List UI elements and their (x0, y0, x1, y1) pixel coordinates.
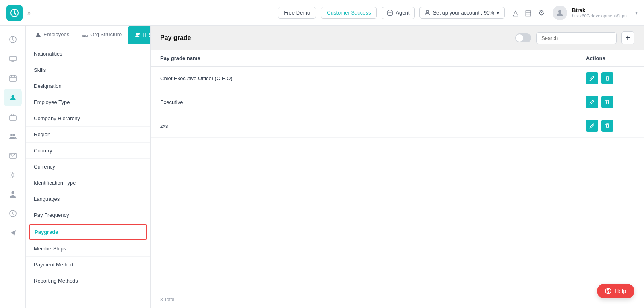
col-actions: Actions (586, 55, 634, 61)
sidebar-item-memberships[interactable]: MemberShips (26, 241, 150, 257)
toggle-switch[interactable] (515, 33, 531, 42)
user-dropdown-icon[interactable]: ▾ (635, 10, 638, 16)
sidebar-item-reporting-methods[interactable]: Reporting Methods (26, 273, 150, 289)
sidebar-icon-tv[interactable] (4, 50, 22, 68)
row-actions-executive (586, 96, 634, 108)
sidebar-icon-mail[interactable] (4, 147, 22, 164)
sidebar-icon-briefcase[interactable] (4, 108, 22, 126)
user-email: btrak607-development@gm... (572, 13, 630, 18)
main-content: Pay grade + Pay grade name Actions Chief… (151, 26, 644, 308)
setup-account-button[interactable]: Set up your account : 90% ▾ (419, 7, 504, 19)
tab-hr-settings[interactable]: HR Settings (128, 26, 151, 44)
sidebar-icon-calendar[interactable] (4, 69, 22, 87)
sidebar-item-country[interactable]: Country (26, 143, 150, 159)
svg-point-2 (426, 10, 429, 13)
edit-button-executive[interactable] (586, 96, 598, 108)
svg-rect-6 (10, 76, 16, 81)
icon-sidebar (0, 26, 26, 308)
help-icon (605, 288, 611, 294)
svg-point-12 (12, 174, 14, 176)
agent-button[interactable]: Agent (382, 7, 415, 19)
alert-icon[interactable]: △ (513, 8, 518, 17)
sidebar-icon-profile[interactable] (4, 185, 22, 203)
content-header: Pay grade + (151, 26, 644, 50)
sidebar-icon-group[interactable] (4, 127, 22, 145)
hr-settings-tab-icon (134, 32, 140, 38)
nav-arrows: » (27, 10, 31, 16)
sidebar-icon-clock[interactable] (4, 205, 22, 223)
chevron-down-icon: ▾ (497, 10, 500, 16)
tab-org-structure[interactable]: Org Structure (76, 26, 128, 44)
sidebar-icon-settings[interactable] (4, 166, 22, 184)
sidebar-item-currency[interactable]: Currency (26, 159, 150, 175)
help-button[interactable]: Help (597, 284, 634, 298)
customer-success-button[interactable]: Customer Success (321, 7, 377, 19)
header-right: + (515, 31, 634, 44)
table-row: Chief Executive Officer (C.E.O) (151, 67, 644, 90)
nav-icon-group: △ ▤ ⚙ (513, 8, 545, 17)
edit-button-zxs[interactable] (586, 120, 598, 132)
svg-point-15 (37, 33, 39, 35)
svg-point-17 (136, 33, 138, 35)
sidebar-item-designation[interactable]: Designation (26, 78, 150, 94)
svg-point-18 (138, 33, 140, 34)
sidebar-item-languages[interactable]: Languages (26, 191, 150, 207)
sidebar-item-skills[interactable]: Skills (26, 62, 150, 78)
settings-gear-icon[interactable]: ⚙ (538, 8, 545, 17)
employees-tab-icon (35, 32, 41, 37)
edit-button-ceo[interactable] (586, 72, 598, 84)
sidebar-item-nationalities[interactable]: Nationalities (26, 46, 150, 62)
table-row: zxs (151, 114, 644, 138)
svg-point-3 (558, 10, 561, 13)
row-actions-zxs (586, 120, 634, 132)
delete-button-ceo[interactable] (601, 72, 613, 84)
topnav: » Free Demo Customer Success Agent Set u… (0, 0, 644, 26)
tabs-bar: Employees Org Structure HR Settings (26, 26, 150, 44)
add-button[interactable]: + (621, 31, 634, 44)
total-count: 3 Total (160, 297, 174, 302)
svg-rect-8 (10, 116, 16, 120)
pay-grade-name-executive: Executive (160, 99, 586, 105)
pay-grade-name-zxs: zxs (160, 123, 586, 129)
sidebar-item-identification-type[interactable]: Identification Type (26, 175, 150, 191)
table-body: Chief Executive Officer (C.E.O) Executiv… (151, 67, 644, 291)
pay-grade-name-ceo: Chief Executive Officer (C.E.O) (160, 75, 586, 81)
user-name: Btrak (572, 7, 630, 13)
user-info: Btrak btrak607-development@gm... (572, 7, 630, 18)
document-icon[interactable]: ▤ (525, 8, 532, 17)
org-tab-icon (82, 32, 88, 37)
main-layout: Employees Org Structure HR Settings Nati… (0, 26, 644, 308)
col-pay-grade-name: Pay grade name (160, 55, 586, 61)
sidebar-item-employee-type[interactable]: Employee Type (26, 94, 150, 110)
svg-point-13 (11, 191, 14, 194)
sidebar-list: Nationalities Skills Designation Employe… (26, 44, 150, 308)
svg-point-7 (11, 95, 14, 98)
secondary-sidebar: Employees Org Structure HR Settings Nati… (26, 26, 151, 308)
page-title: Pay grade (160, 34, 191, 42)
table-header: Pay grade name Actions (151, 50, 644, 67)
person-icon (425, 10, 430, 16)
sidebar-item-payment-method[interactable]: Payment Method (26, 257, 150, 273)
delete-button-zxs[interactable] (601, 120, 613, 132)
svg-point-10 (13, 134, 15, 136)
svg-point-1 (387, 10, 393, 16)
tab-employees[interactable]: Employees (29, 26, 76, 44)
logo-icon[interactable] (6, 5, 23, 21)
sidebar-icon-people[interactable] (4, 89, 22, 106)
avatar (553, 6, 567, 20)
svg-rect-5 (10, 56, 16, 61)
free-demo-button[interactable]: Free Demo (278, 7, 316, 19)
agent-icon (387, 10, 393, 16)
sidebar-icon-dashboard[interactable] (4, 31, 22, 48)
svg-point-20 (608, 293, 609, 293)
svg-point-9 (10, 134, 13, 136)
sidebar-item-company-hierarchy[interactable]: Company Hierarchy (26, 110, 150, 127)
sidebar-item-paygrade[interactable]: Paygrade (29, 224, 147, 240)
sidebar-item-region[interactable]: Region (26, 127, 150, 143)
sidebar-icon-send[interactable] (4, 224, 22, 242)
table-footer: 3 Total (151, 291, 644, 308)
search-input[interactable] (536, 32, 617, 44)
sidebar-item-pay-frequency[interactable]: Pay Frequency (26, 207, 150, 223)
help-label: Help (615, 288, 626, 294)
delete-button-executive[interactable] (601, 96, 613, 108)
